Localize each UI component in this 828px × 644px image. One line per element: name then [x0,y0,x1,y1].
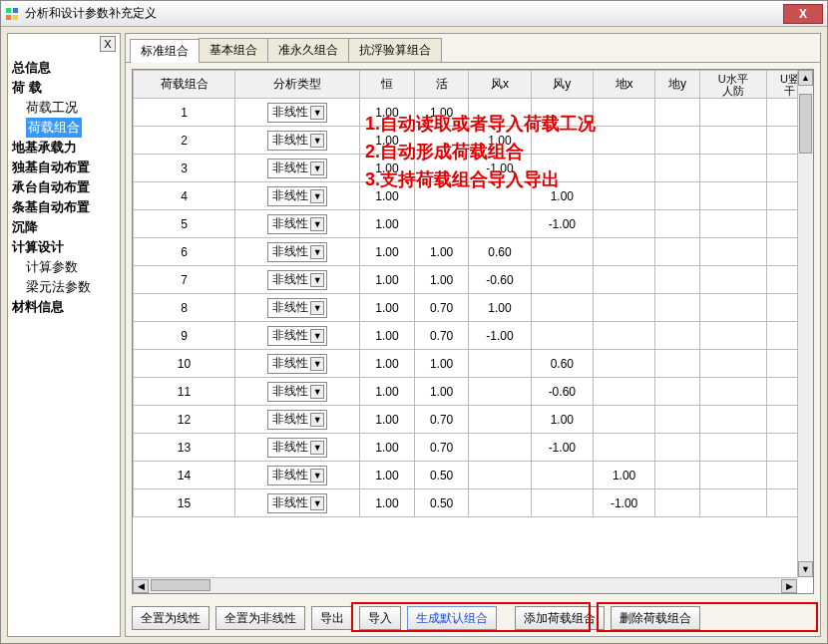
cell-value[interactable] [531,322,593,350]
cell-value[interactable] [655,238,699,266]
cell-value[interactable]: 1.00 [469,294,531,322]
cell-value[interactable] [655,155,699,182]
cell-value[interactable]: -1.00 [593,489,654,517]
analysis-type-dropdown[interactable]: 非线性▼ [267,242,327,262]
cell-value[interactable] [593,266,654,294]
cell-value[interactable] [655,182,699,210]
set-all-linear-button[interactable]: 全置为线性 [132,606,209,630]
vertical-scrollbar[interactable]: ▲ ▼ [797,70,813,577]
column-header[interactable]: 风y [531,71,593,99]
cell-value[interactable] [469,434,531,462]
nav-item[interactable]: 梁元法参数 [12,277,116,297]
cell-value[interactable] [469,462,531,489]
scroll-track[interactable] [798,86,813,561]
cell-id[interactable]: 6 [134,238,235,266]
cell-value[interactable]: 1.00 [414,378,469,406]
cell-value[interactable] [593,406,654,434]
nav-item[interactable]: 条基自动布置 [12,197,116,217]
cell-value[interactable]: -0.60 [531,378,593,406]
cell-value[interactable]: 0.70 [414,434,469,462]
cell-value[interactable]: 1.00 [360,350,415,378]
analysis-type-dropdown[interactable]: 非线性▼ [267,466,327,485]
cell-value[interactable] [699,406,766,434]
cell-value[interactable] [414,127,469,155]
cell-value[interactable]: 1.00 [414,99,469,127]
tab-2[interactable]: 准永久组合 [267,38,349,62]
cell-value[interactable] [531,238,593,266]
cell-value[interactable] [469,350,531,378]
cell-value[interactable]: 1.00 [414,350,469,378]
cell-id[interactable]: 8 [134,294,235,322]
cell-value[interactable]: 1.00 [531,182,593,210]
cell-value[interactable]: -1.00 [531,434,593,462]
scroll-right-icon[interactable]: ▶ [781,579,797,593]
cell-value[interactable] [699,322,766,350]
cell-value[interactable]: 0.60 [531,350,593,378]
analysis-type-dropdown[interactable]: 非线性▼ [267,103,327,123]
cell-value[interactable]: -1.00 [469,322,531,350]
cell-value[interactable] [531,99,593,127]
export-button[interactable]: 导出 [311,606,353,630]
cell-value[interactable]: 1.00 [360,99,415,127]
nav-item[interactable]: 材料信息 [12,297,116,317]
column-header[interactable]: U水平人防 [699,71,766,99]
cell-value[interactable]: 1.00 [360,266,415,294]
cell-value[interactable] [655,210,699,238]
cell-value[interactable] [469,210,531,238]
cell-value[interactable]: -1.00 [531,210,593,238]
cell-value[interactable] [699,378,766,406]
nav-item-selected[interactable]: 荷载组合 [26,118,82,138]
nav-item[interactable]: 沉降 [12,217,116,237]
hscroll-thumb[interactable] [151,579,210,591]
cell-value[interactable] [593,322,654,350]
tab-3[interactable]: 抗浮验算组合 [348,38,442,62]
cell-value[interactable] [655,350,699,378]
cell-value[interactable]: 1.00 [531,406,593,434]
cell-value[interactable]: 1.00 [360,127,415,155]
nav-item[interactable]: 荷 载 [12,78,116,98]
scroll-down-icon[interactable]: ▼ [798,561,813,577]
nav-item[interactable]: 总信息 [12,58,116,78]
cell-value[interactable]: 1.00 [360,462,415,489]
nav-item[interactable]: 承台自动布置 [12,177,116,197]
panel-close-button[interactable]: X [100,36,116,52]
cell-id[interactable]: 7 [134,266,235,294]
cell-value[interactable]: -1.00 [469,155,531,182]
cell-value[interactable]: 1.00 [414,266,469,294]
cell-value[interactable] [699,238,766,266]
close-button[interactable]: X [783,4,823,24]
cell-value[interactable] [593,155,654,182]
cell-value[interactable]: 1.00 [469,127,531,155]
column-header[interactable]: 地y [655,71,699,99]
cell-value[interactable] [655,294,699,322]
cell-value[interactable]: 1.00 [360,210,415,238]
nav-item[interactable]: 计算参数 [12,257,116,277]
nav-item[interactable]: 独基自动布置 [12,158,116,177]
cell-value[interactable] [531,266,593,294]
analysis-type-dropdown[interactable]: 非线性▼ [267,214,327,234]
cell-value[interactable] [469,406,531,434]
cell-value[interactable] [593,99,654,127]
cell-value[interactable]: 1.00 [360,434,415,462]
cell-id[interactable]: 11 [134,378,235,406]
column-header[interactable]: 风x [469,71,531,99]
cell-value[interactable] [655,378,699,406]
cell-value[interactable] [699,182,766,210]
cell-id[interactable]: 10 [134,350,235,378]
cell-value[interactable] [593,378,654,406]
cell-value[interactable]: 1.00 [360,322,415,350]
analysis-type-dropdown[interactable]: 非线性▼ [267,493,327,513]
cell-value[interactable]: 0.70 [414,294,469,322]
tab-0[interactable]: 标准组合 [130,39,200,63]
scroll-left-icon[interactable]: ◀ [133,579,149,593]
analysis-type-dropdown[interactable]: 非线性▼ [267,410,327,430]
analysis-type-dropdown[interactable]: 非线性▼ [267,159,327,178]
cell-id[interactable]: 15 [134,489,235,517]
cell-value[interactable] [531,489,593,517]
nav-item[interactable]: 地基承载力 [12,138,116,158]
cell-value[interactable] [655,434,699,462]
scroll-up-icon[interactable]: ▲ [798,70,813,86]
cell-value[interactable]: 0.50 [414,489,469,517]
cell-value[interactable] [593,127,654,155]
cell-value[interactable] [699,127,766,155]
